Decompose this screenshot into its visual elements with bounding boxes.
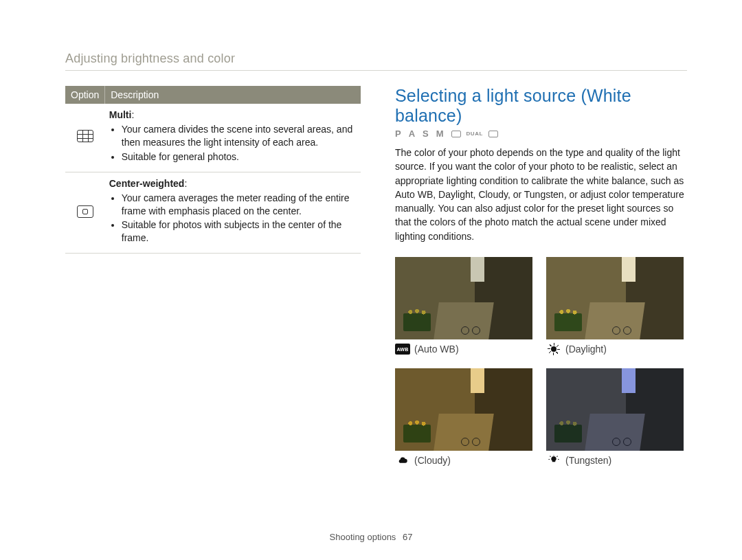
option-desc: Suitable for general photos. bbox=[122, 150, 357, 164]
wb-label-cloudy: (Cloudy) bbox=[414, 455, 451, 466]
mode-indicators: P A S M DUAL bbox=[395, 128, 687, 139]
wb-example-cloudy: (Cloudy) bbox=[395, 368, 532, 475]
table-row: Multi: Your camera divides the scene int… bbox=[65, 104, 361, 172]
auto-wb-icon: AWB bbox=[395, 344, 410, 355]
multi-metering-icon bbox=[77, 130, 93, 142]
wb-label-daylight: (Daylight) bbox=[565, 344, 607, 355]
page-footer: Shooting options 67 bbox=[0, 532, 742, 542]
white-balance-examples: AWB (Auto WB) (Daylight) bbox=[395, 257, 687, 475]
option-title-multi: Multi bbox=[109, 109, 132, 120]
mode-m: M bbox=[436, 128, 446, 139]
wb-example-daylight: (Daylight) bbox=[546, 257, 684, 364]
wb-thumb-tungsten bbox=[546, 368, 684, 451]
wb-example-auto: AWB (Auto WB) bbox=[395, 257, 532, 364]
option-title-center: Center-weighted bbox=[109, 178, 185, 189]
movie-mode-icon bbox=[488, 131, 498, 137]
mode-p: P bbox=[395, 128, 403, 139]
section-body: The color of your photo depends on the t… bbox=[395, 146, 687, 243]
cloudy-icon bbox=[395, 455, 410, 466]
wb-label-auto: (Auto WB) bbox=[414, 344, 459, 355]
table-row: Center-weighted: Your camera averages th… bbox=[65, 172, 361, 254]
tungsten-icon bbox=[546, 455, 561, 466]
white-balance-section: Selecting a light source (White balance)… bbox=[395, 86, 687, 475]
wb-thumb-cloudy bbox=[395, 368, 532, 451]
footer-page-number: 67 bbox=[403, 532, 412, 542]
option-desc: Suitable for photos with subjects in the… bbox=[122, 219, 357, 245]
daylight-icon bbox=[546, 344, 561, 355]
mode-s: S bbox=[423, 128, 431, 139]
wb-thumb-auto bbox=[395, 257, 532, 339]
mode-a: A bbox=[409, 128, 417, 139]
metering-options-table: Option Description Multi: Your camera di… bbox=[65, 86, 361, 254]
section-title: Selecting a light source (White balance) bbox=[395, 86, 687, 126]
wb-label-tungsten: (Tungsten) bbox=[565, 455, 611, 466]
metering-table-column: Option Description Multi: Your camera di… bbox=[65, 86, 361, 475]
mode-dual: DUAL bbox=[466, 131, 483, 137]
scene-mode-icon bbox=[451, 131, 461, 137]
table-head-option: Option bbox=[65, 86, 105, 104]
option-desc: Your camera divides the scene into sever… bbox=[122, 123, 357, 149]
wb-example-tungsten: (Tungsten) bbox=[546, 368, 684, 475]
footer-section: Shooting options bbox=[330, 532, 396, 542]
wb-thumb-daylight bbox=[546, 257, 684, 339]
table-head-description: Description bbox=[105, 86, 361, 104]
center-weighted-metering-icon bbox=[77, 205, 93, 218]
breadcrumb: Adjusting brightness and color bbox=[65, 52, 687, 71]
option-desc: Your camera averages the meter reading o… bbox=[122, 192, 357, 218]
